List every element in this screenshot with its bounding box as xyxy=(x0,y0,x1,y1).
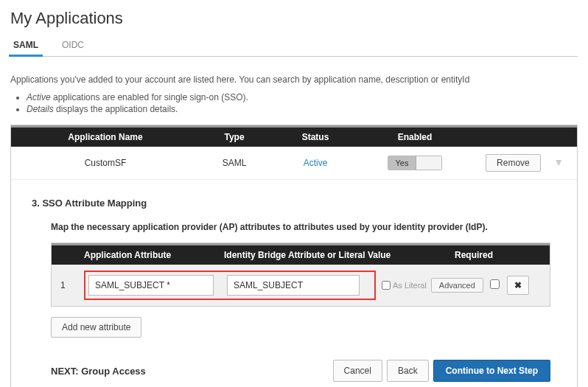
enabled-toggle-off xyxy=(416,156,441,170)
bullet-active: Active applications are enabled for sing… xyxy=(27,92,578,102)
col-header-status: Status xyxy=(275,132,356,142)
section-title: 3. SSO Attribute Mapping xyxy=(32,198,577,209)
page-title: My Applications xyxy=(10,9,578,28)
applications-header-row: Application Name Type Status Enabled xyxy=(11,125,577,147)
row-index: 1 xyxy=(57,280,84,290)
col-header-type: Type xyxy=(194,132,275,142)
intro-text: Applications you've added to your accoun… xyxy=(10,74,578,85)
as-literal-label[interactable]: As Literal xyxy=(382,281,427,290)
identity-bridge-value-input[interactable] xyxy=(227,275,360,296)
intro-bullets: Active applications are enabled for sing… xyxy=(27,92,578,114)
next-step-label: NEXT: Group Access xyxy=(51,366,329,377)
col-header-enabled: Enabled xyxy=(356,132,474,142)
mapping-row: 1 As Literal Advanced ✖ xyxy=(52,265,550,306)
app-name: CustomSF xyxy=(17,158,194,168)
mapping-table: Application Attribute Identity Bridge At… xyxy=(51,243,550,307)
footer-bar: NEXT: Group Access Cancel Back Continue … xyxy=(51,360,550,382)
remove-button[interactable]: Remove xyxy=(486,154,541,172)
app-status-link[interactable]: Active xyxy=(275,158,356,168)
add-new-attribute-button[interactable]: Add new attribute xyxy=(51,317,141,338)
expand-row-icon[interactable]: ▼ xyxy=(553,156,564,168)
as-literal-text: As Literal xyxy=(393,281,427,290)
mapping-header-row: Application Attribute Identity Bridge At… xyxy=(52,243,550,265)
app-type: SAML xyxy=(194,158,275,168)
close-icon: ✖ xyxy=(514,280,522,290)
continue-button[interactable]: Continue to Next Step xyxy=(433,360,550,382)
back-button[interactable]: Back xyxy=(387,360,429,382)
col-header-bridge-val: Identity Bridge Attribute or Literal Val… xyxy=(224,250,441,260)
bullet-active-em: Active xyxy=(27,92,51,102)
delete-row-button[interactable]: ✖ xyxy=(507,276,529,295)
bullet-details-rest: displays the application details. xyxy=(54,104,178,114)
col-header-app-attr: Application Attribute xyxy=(84,250,224,260)
cancel-button[interactable]: Cancel xyxy=(333,360,382,382)
enabled-toggle-on: Yes xyxy=(388,156,417,170)
tab-oidc[interactable]: OIDC xyxy=(60,35,85,56)
required-checkbox[interactable] xyxy=(490,279,500,289)
bullet-details-em: Details xyxy=(27,104,54,114)
tab-bar: SAML OIDC xyxy=(10,35,578,57)
col-header-required: Required xyxy=(441,250,507,260)
enabled-toggle[interactable]: Yes xyxy=(388,156,443,170)
bullet-details: Details displays the application details… xyxy=(27,104,578,114)
bullet-active-rest: applications are enabled for single sign… xyxy=(51,92,248,102)
highlighted-fields xyxy=(84,271,376,300)
tab-saml[interactable]: SAML xyxy=(12,35,40,56)
advanced-button[interactable]: Advanced xyxy=(431,278,483,293)
section-description: Map the necessary application provider (… xyxy=(51,222,577,232)
application-attribute-input[interactable] xyxy=(88,275,214,296)
applications-panel: Application Name Type Status Enabled Cus… xyxy=(10,125,578,387)
application-row: CustomSF SAML Active Yes Remove ▼ xyxy=(11,147,577,180)
as-literal-checkbox[interactable] xyxy=(382,281,391,290)
col-header-name: Application Name xyxy=(17,132,194,142)
